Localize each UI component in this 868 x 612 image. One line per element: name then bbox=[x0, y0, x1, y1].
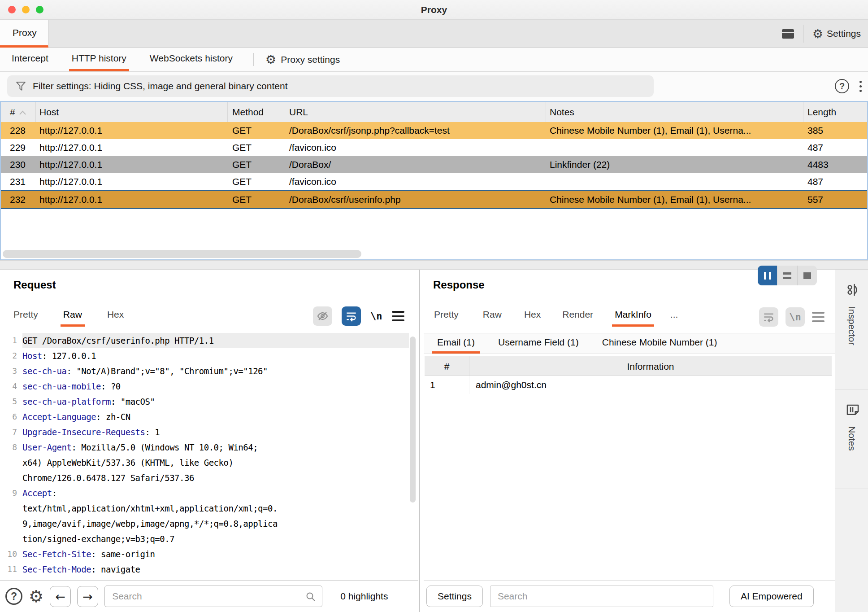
request-line[interactable]: x64) AppleWebKit/537.36 (KHTML, like Gec… bbox=[0, 455, 409, 470]
next-match-button[interactable]: → bbox=[77, 586, 98, 607]
line-content: sec-ch-ua: "Not/A)Brand";v="8", "Chromiu… bbox=[22, 363, 409, 379]
layout-columns-button[interactable] bbox=[758, 266, 777, 285]
cell: http://127.0.0.1 bbox=[36, 191, 228, 208]
column-header-number[interactable]: # bbox=[1, 102, 36, 122]
request-line[interactable]: 7Upgrade-Insecure-Requests: 1 bbox=[0, 424, 409, 440]
tab-proxy[interactable]: Proxy bbox=[0, 20, 48, 48]
line-content: sec-ch-ua-mobile: ?0 bbox=[22, 379, 409, 394]
response-search-input[interactable] bbox=[490, 586, 713, 607]
titlebar: Proxy bbox=[0, 0, 868, 20]
previous-match-button[interactable]: ← bbox=[50, 586, 71, 607]
sort-asc-icon bbox=[19, 102, 26, 122]
column-header-method[interactable]: Method bbox=[228, 102, 284, 122]
horizontal-scrollbar[interactable] bbox=[3, 250, 361, 258]
response-tab-render[interactable]: Render bbox=[560, 309, 596, 327]
inspector-label: Inspector bbox=[846, 306, 857, 345]
request-line[interactable]: text/html,application/xhtml+xml,applicat… bbox=[0, 501, 409, 516]
markinfo-row-information: admin@gh0st.cn bbox=[469, 376, 832, 394]
request-line[interactable]: 9Accept: bbox=[0, 485, 409, 501]
response-tab-overflow[interactable]: ... bbox=[668, 309, 681, 327]
line-content: Sec-Fetch-Mode: navigate bbox=[22, 562, 409, 577]
more-options-icon[interactable] bbox=[857, 80, 864, 93]
pane-splitter[interactable] bbox=[0, 260, 868, 270]
gear-icon: ⚙ bbox=[812, 28, 823, 40]
show-newlines-icon[interactable]: \n bbox=[370, 310, 382, 322]
history-row-230[interactable]: 230http://127.0.0.1GET/DoraBox/Linkfinde… bbox=[1, 156, 867, 173]
request-line[interactable]: 8User-Agent: Mozilla/5.0 (Windows NT 10.… bbox=[0, 440, 409, 455]
request-tab-raw[interactable]: Raw bbox=[61, 309, 85, 327]
show-newlines-icon[interactable]: \n bbox=[786, 307, 805, 327]
markinfo-table: # Information 1 admin@gh0st.cn bbox=[425, 356, 832, 394]
request-editor-scrollbar[interactable] bbox=[410, 337, 416, 503]
markinfo-tab-username-field[interactable]: Username Field (1) bbox=[493, 333, 584, 354]
history-row-229[interactable]: 229http://127.0.0.1GET/favicon.ico487 bbox=[1, 139, 867, 156]
column-header-notes[interactable]: Notes bbox=[546, 102, 803, 122]
request-editor[interactable]: 1GET /DoraBox/csrf/userinfo.php HTTP/1.1… bbox=[0, 333, 409, 612]
tab-websockets-history[interactable]: WebSockets history bbox=[147, 48, 235, 71]
request-line[interactable]: 3sec-ch-ua: "Not/A)Brand";v="8", "Chromi… bbox=[0, 363, 409, 379]
cell: Chinese Mobile Number (1), Email (1), Us… bbox=[546, 122, 803, 139]
request-line[interactable]: Chrome/126.0.6478.127 Safari/537.36 bbox=[0, 470, 409, 485]
request-line[interactable]: 1GET /DoraBox/csrf/userinfo.php HTTP/1.1 bbox=[0, 333, 409, 348]
sidebar-tab-inspector[interactable]: Inspector bbox=[835, 270, 868, 389]
column-header-host[interactable]: Host bbox=[36, 102, 228, 122]
markinfo-settings-button[interactable]: Settings bbox=[426, 586, 483, 607]
proxy-settings-button[interactable]: ⚙ Proxy settings bbox=[265, 48, 340, 71]
response-tab-markinfo[interactable]: MarkInfo bbox=[612, 309, 654, 327]
wrap-lines-icon[interactable] bbox=[759, 307, 778, 327]
column-header-length[interactable]: Length bbox=[803, 102, 867, 122]
response-tab-pretty[interactable]: Pretty bbox=[431, 309, 461, 327]
column-header-url[interactable]: URL bbox=[284, 102, 546, 122]
request-line[interactable]: tion/signed-exchange;v=b3;q=0.7 bbox=[0, 531, 409, 546]
layout-rows-button[interactable] bbox=[777, 266, 797, 285]
markinfo-row[interactable]: 1 admin@gh0st.cn bbox=[425, 376, 832, 394]
request-line[interactable]: 5sec-ch-ua-platform: "macOS" bbox=[0, 394, 409, 409]
filter-text: Filter settings: Hiding CSS, image and g… bbox=[33, 81, 287, 92]
divider bbox=[253, 53, 254, 66]
history-row-232[interactable]: 232http://127.0.0.1GET/DoraBox/csrf/user… bbox=[1, 190, 867, 209]
request-search-input[interactable] bbox=[104, 586, 322, 607]
request-bottom-toolbar: ? ⚙ ← → 0 highlights bbox=[0, 580, 418, 612]
request-line[interactable]: 6Accept-Language: zh-CN bbox=[0, 409, 409, 424]
filter-settings-field[interactable]: Filter settings: Hiding CSS, image and g… bbox=[7, 75, 654, 97]
settings-button[interactable]: ⚙ Settings bbox=[812, 28, 861, 40]
request-line[interactable]: 9,image/avif,image/webp,image/apng,*/*;q… bbox=[0, 516, 409, 531]
editor-layout-switcher bbox=[758, 266, 817, 285]
line-content: tion/signed-exchange;v=b3;q=0.7 bbox=[22, 531, 409, 546]
tab-intercept[interactable]: Intercept bbox=[9, 48, 51, 71]
markinfo-tab-chinese-mobile-number[interactable]: Chinese Mobile Number (1) bbox=[597, 333, 723, 354]
search-settings-gear-icon[interactable]: ⚙ bbox=[29, 588, 43, 605]
editor-menu-icon[interactable] bbox=[812, 312, 825, 322]
request-line[interactable]: 2Host: 127.0.0.1 bbox=[0, 348, 409, 363]
wrap-lines-icon[interactable] bbox=[342, 306, 361, 326]
help-icon[interactable]: ? bbox=[835, 79, 849, 93]
funnel-icon bbox=[15, 81, 26, 92]
http-history-table: # Host Method URL Notes Length 228http:/… bbox=[0, 101, 868, 260]
markinfo-column-number[interactable]: # bbox=[425, 356, 469, 376]
burp-proxy-window: Proxy Proxy ⚙ Settings Intercept HTTP hi… bbox=[0, 0, 868, 612]
cell: /DoraBox/csrf/userinfo.php bbox=[284, 191, 546, 208]
editor-menu-icon[interactable] bbox=[392, 311, 404, 321]
layout-icon[interactable] bbox=[782, 29, 794, 39]
sidebar-tab-notes[interactable]: Notes bbox=[835, 389, 868, 489]
ai-empowered-button[interactable]: AI Empowered bbox=[729, 586, 814, 607]
markinfo-tab-email[interactable]: Email (1) bbox=[432, 333, 480, 354]
response-tab-hex[interactable]: Hex bbox=[521, 309, 543, 327]
layout-single-button[interactable] bbox=[798, 266, 817, 285]
request-tab-hex[interactable]: Hex bbox=[104, 309, 126, 327]
request-line[interactable]: 11Sec-Fetch-Mode: navigate bbox=[0, 562, 409, 577]
history-row-231[interactable]: 231http://127.0.0.1GET/favicon.ico487 bbox=[1, 173, 867, 190]
tab-http-history[interactable]: HTTP history bbox=[69, 48, 129, 71]
history-row-228[interactable]: 228http://127.0.0.1GET/DoraBox/csrf/json… bbox=[1, 122, 867, 139]
filter-bar: Filter settings: Hiding CSS, image and g… bbox=[0, 72, 868, 101]
line-content: Accept: bbox=[22, 485, 409, 501]
request-line[interactable]: 10Sec-Fetch-Site: same-origin bbox=[0, 546, 409, 562]
response-tab-raw[interactable]: Raw bbox=[480, 309, 504, 327]
request-line[interactable]: 4sec-ch-ua-mobile: ?0 bbox=[0, 379, 409, 394]
line-number: 10 bbox=[0, 546, 22, 562]
help-icon[interactable]: ? bbox=[5, 588, 22, 605]
request-response-divider[interactable] bbox=[419, 270, 420, 612]
hide-highlights-icon[interactable] bbox=[313, 306, 332, 326]
request-tab-pretty[interactable]: Pretty bbox=[11, 309, 41, 327]
markinfo-column-information[interactable]: Information bbox=[469, 356, 832, 376]
